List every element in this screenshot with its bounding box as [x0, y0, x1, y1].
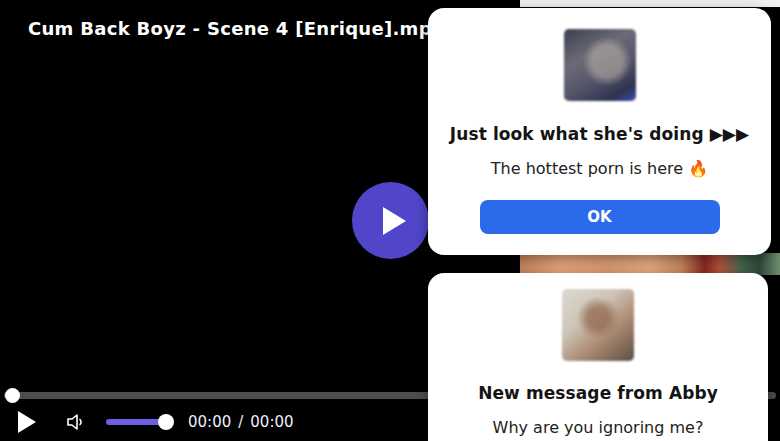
volume-icon[interactable]: [64, 410, 88, 434]
popup-message[interactable]: New message from Abby Why are you ignori…: [428, 273, 768, 441]
popup-promo[interactable]: Just look what she's doing ▶▶▶ The hotte…: [428, 8, 771, 255]
ok-button[interactable]: OK: [480, 200, 720, 234]
volume-handle[interactable]: [158, 414, 174, 430]
video-player-page: Cum Back Boyz - Scene 4 [Enrique].mp4 00…: [0, 0, 780, 441]
big-play-button[interactable]: [352, 182, 429, 259]
popup-message-subtitle: Why are you ignoring me?: [428, 418, 768, 437]
background-popup-edge: [520, 0, 780, 7]
current-time-label: 00:00: [188, 413, 231, 431]
speaker-low-icon: [64, 410, 88, 434]
popup-message-title: New message from Abby: [428, 383, 768, 403]
volume-slider[interactable]: [106, 419, 166, 425]
play-button[interactable]: [18, 411, 36, 433]
popup-promo-subtitle: The hottest porn is here 🔥: [428, 159, 771, 178]
video-title: Cum Back Boyz - Scene 4 [Enrique].mp4: [28, 18, 445, 39]
play-icon: [383, 207, 406, 235]
message-thumbnail-image[interactable]: [562, 289, 634, 361]
popup-promo-title: Just look what she's doing ▶▶▶: [428, 124, 771, 144]
duration-label: 00:00: [250, 413, 293, 431]
promo-thumbnail-image[interactable]: [564, 29, 636, 101]
time-display: 00:00 / 00:00: [188, 413, 294, 431]
time-separator: /: [238, 413, 243, 431]
seek-handle[interactable]: [5, 388, 20, 403]
background-image-strip: [520, 253, 780, 275]
